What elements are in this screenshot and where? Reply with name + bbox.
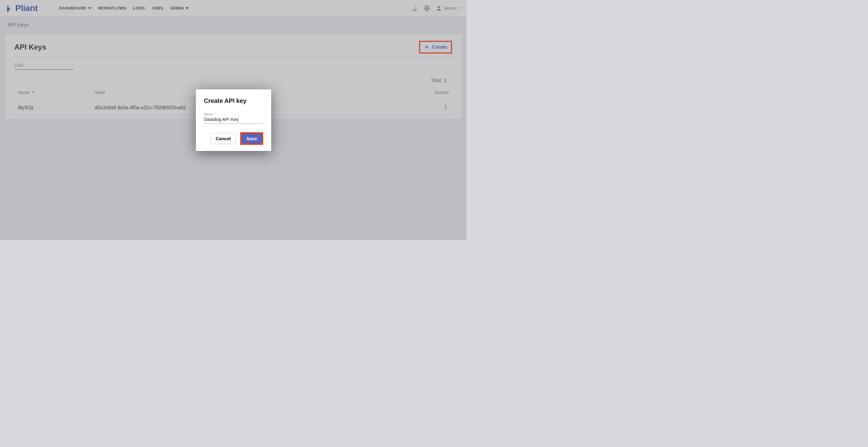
cancel-button[interactable]: Cancel — [211, 133, 236, 144]
dialog-name-input-wrap — [204, 117, 263, 124]
dialog-name-label: Name * — [204, 112, 263, 116]
dialog-actions: Cancel Save — [204, 132, 263, 145]
save-highlight-box: Save — [240, 132, 263, 145]
dialog-title: Create API key — [204, 97, 263, 105]
dialog-name-input[interactable] — [204, 117, 263, 122]
create-api-key-dialog: Create API key Name * Cancel Save — [196, 89, 271, 151]
save-button[interactable]: Save — [242, 133, 262, 144]
